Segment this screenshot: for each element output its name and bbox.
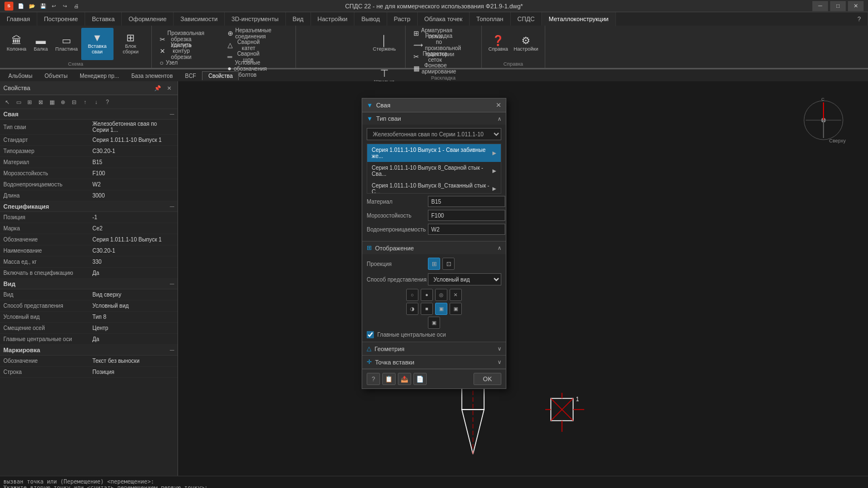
prop-row-marking-row: Строка Позиция — [0, 367, 177, 378]
props-cursor-btn[interactable]: ↖ — [2, 97, 12, 107]
props-spec-toggle[interactable]: ─ — [170, 203, 174, 210]
layout-traj-button[interactable]: ⟿ Раскладка по произвольной траектории — [410, 40, 477, 51]
props-btn8[interactable]: ↑ — [80, 97, 90, 107]
weld-cathet-button[interactable]: △ Сварной катет — [224, 40, 291, 51]
weld-joint-button[interactable]: ⊕ Неразъемные соединения — [224, 28, 291, 39]
repr-grid-btn-01[interactable]: ● — [421, 289, 433, 301]
tab-output[interactable]: Вывод — [354, 12, 387, 26]
canvas-area[interactable]: 1 С Сверху ▼ — [178, 81, 868, 476]
qat-open[interactable]: 📂 — [27, 1, 37, 11]
tab-deps[interactable]: Зависимости — [174, 12, 225, 26]
repr-grid-btn-10[interactable]: ◑ — [406, 303, 418, 315]
close-button[interactable]: ✕ — [848, 1, 864, 11]
props-btn10[interactable]: ? — [102, 97, 112, 107]
repr-grid-btn-20[interactable]: ▣ — [428, 317, 440, 329]
footer-import-btn[interactable]: 📤 — [398, 373, 411, 385]
dialog-section-repr: ⊞ Отображение ∧ Проекция ⊞ ⊡ — [362, 241, 506, 342]
repr-grid-btn-03[interactable]: ✕ — [450, 289, 462, 301]
prop-row-axis-offset: Смещение осей Центр — [0, 323, 177, 334]
props-main-toggle[interactable]: ─ — [170, 111, 174, 117]
panel-tab-objects[interactable]: Объекты — [38, 71, 73, 80]
pile-type-item-2[interactable]: Серия 1.011.1-10 Выпуск 8_Стаканный стык… — [367, 180, 501, 194]
tab-topo[interactable]: Топоплан — [470, 12, 511, 26]
repr-grid-btn-00[interactable]: ○ — [406, 289, 418, 301]
repr-proj-btn-0[interactable]: ⊞ — [428, 258, 440, 270]
props-section-marking: Маркировка ─ — [0, 345, 177, 356]
pile-type-dropdown[interactable]: Железобетонная свая по Серии 1.011.1-10 — [367, 128, 501, 140]
tab-view[interactable]: Вид — [286, 12, 311, 26]
repr-grid-btn-13[interactable]: ▣ — [450, 303, 462, 315]
tab-raster[interactable]: Растр — [387, 12, 418, 26]
pile-type-item-0[interactable]: Серия 1.011.1-10 Выпуск 1 - Сваи забивны… — [367, 144, 501, 162]
field-input-water[interactable] — [428, 224, 505, 235]
ok-button[interactable]: OK — [474, 373, 501, 385]
footer-copy-btn[interactable]: 📋 — [382, 373, 396, 385]
tab-metal[interactable]: Металлоконструкции — [542, 12, 616, 27]
tab-pointcloud[interactable]: Облака точек — [418, 12, 470, 26]
maximize-button[interactable]: □ — [830, 1, 846, 11]
beam-button[interactable]: ▬ Балка — [29, 28, 52, 60]
block-button[interactable]: ⊞ Блок сборки — [115, 28, 147, 60]
repr-method-select[interactable]: Условный вид Рабочий вид Упрощенный вид — [428, 273, 501, 285]
panel-tab-properties[interactable]: Свойства — [202, 71, 239, 80]
props-close-button[interactable]: ✕ — [164, 83, 174, 93]
field-input-material[interactable] — [428, 196, 505, 207]
column-button[interactable]: 🏛 Колонна — [4, 28, 28, 60]
qat-save[interactable]: 💾 — [38, 1, 48, 11]
minimize-button[interactable]: ─ — [812, 1, 828, 11]
props-filter-btn[interactable]: ⊞ — [24, 97, 34, 107]
main-axes-checkbox[interactable] — [367, 331, 374, 338]
props-marking-toggle[interactable]: ─ — [170, 347, 174, 353]
panel-tab-manager[interactable]: Менеджер пр... — [73, 71, 125, 80]
qat-redo[interactable]: ↪ — [60, 1, 70, 11]
dialog-type-header[interactable]: ▼ Тип сваи ∧ — [362, 112, 506, 125]
panel-tab-bcf[interactable]: BCF — [179, 71, 202, 80]
repr-proj-btn-1[interactable]: ⊡ — [442, 258, 455, 270]
props-btn9[interactable]: ↓ — [91, 97, 101, 107]
dialog-close-button[interactable]: ✕ — [496, 101, 501, 109]
delete-contour-button[interactable]: ✕ Удалить контур обрезки — [156, 46, 223, 57]
help-button[interactable]: ❓ Справка — [486, 28, 510, 60]
repr-grid-btn-12[interactable]: ▣ — [435, 303, 447, 315]
footer-paste-btn[interactable]: 📄 — [413, 373, 427, 385]
dialog-repr-header[interactable]: ⊞ Отображение ∧ — [362, 241, 506, 254]
props-view-toggle[interactable]: ─ — [170, 280, 174, 287]
props-btn7[interactable]: ⊟ — [69, 97, 79, 107]
type-section-label: Тип сваи — [376, 115, 401, 122]
panel-tab-albums[interactable]: Альбомы — [2, 71, 38, 80]
tab-3dtools[interactable]: 3D-инструменты — [225, 12, 286, 26]
pile-type-item-1[interactable]: Серия 1.011.1-10 Выпуск 8_Сварной стык -… — [367, 162, 501, 180]
repr-grid-btn-02[interactable]: ◎ — [435, 289, 447, 301]
props-btn6[interactable]: ⊕ — [58, 97, 68, 107]
repr-row-projection: Проекция ⊞ ⊡ — [367, 258, 501, 270]
dialog-geometry-header[interactable]: △ Геометрия ∨ — [362, 342, 506, 355]
tab-build[interactable]: Построение — [37, 12, 85, 26]
trim-mesh-button[interactable]: ✂ Подрезка сеток — [410, 51, 477, 62]
tab-home[interactable]: Главная — [0, 12, 37, 26]
bar-button[interactable]: │ Стержень — [368, 28, 401, 60]
panel-tab-base[interactable]: База элементов — [125, 71, 179, 80]
props-select-btn[interactable]: ▭ — [13, 97, 23, 107]
tab-settings[interactable]: Настройки — [311, 12, 355, 26]
qat-new[interactable]: 📄 — [16, 1, 26, 11]
tab-spds[interactable]: СПДС — [511, 12, 542, 26]
footer-help-btn[interactable]: ? — [367, 373, 380, 385]
props-btn5[interactable]: ▦ — [47, 97, 57, 107]
dialog-section-geometry: △ Геометрия ∨ — [362, 342, 506, 356]
repr-grid-btn-11[interactable]: ■ — [421, 303, 433, 315]
field-input-frost[interactable] — [428, 210, 505, 221]
dialog-insert-header[interactable]: ✛ Точка вставки ∨ — [362, 356, 506, 368]
tab-design[interactable]: Оформление — [122, 12, 174, 26]
props-btn4[interactable]: ⊠ — [36, 97, 46, 107]
bg-reinf-button[interactable]: ▦ Фоновое армирование — [410, 63, 477, 74]
tab-help-icon[interactable]: ? — [851, 12, 868, 26]
schema-group-label: Схема — [68, 61, 83, 67]
settings-button[interactable]: ⚙ Настройки — [511, 28, 540, 60]
props-pin-button[interactable]: 📌 — [152, 83, 162, 93]
qat-undo[interactable]: ↩ — [49, 1, 59, 11]
node-button[interactable]: ○ Узел — [156, 57, 223, 68]
qat-plot[interactable]: 🖨 — [71, 1, 81, 11]
plate-button[interactable]: ▭ Пластина — [53, 28, 80, 60]
pile-insert-button[interactable]: ▼ Вставка сваи — [81, 28, 114, 60]
tab-insert[interactable]: Вставка — [85, 12, 122, 26]
